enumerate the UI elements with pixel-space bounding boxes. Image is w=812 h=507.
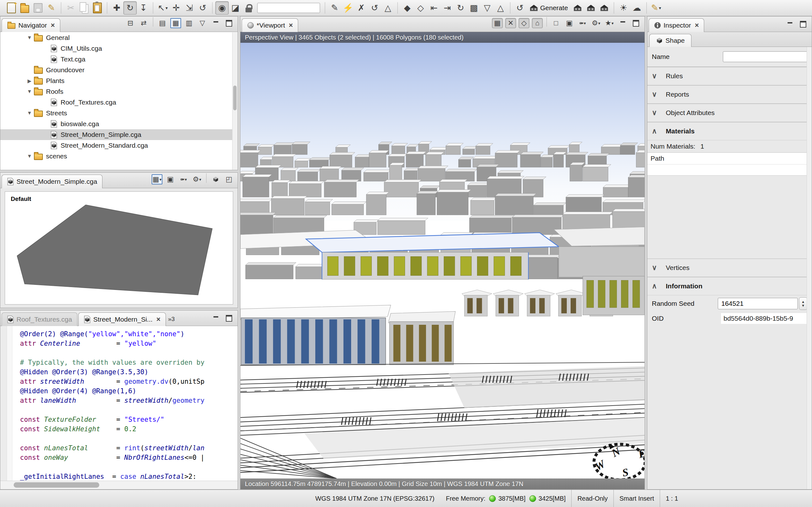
sash[interactable] <box>645 16 647 490</box>
new-file-button[interactable] <box>5 1 18 14</box>
generate-button[interactable]: Generate <box>526 1 571 14</box>
freehand-street-button[interactable]: ✎ <box>328 1 341 14</box>
tree-item-roofs[interactable]: ▼Roofs <box>0 86 238 97</box>
move-object-button[interactable]: ✛ <box>169 1 183 14</box>
combine-faces-button[interactable]: ⇥ <box>441 1 454 14</box>
cleanup-shapes-button[interactable]: ↻ <box>454 1 467 14</box>
orbit-tool-button[interactable]: ↻ <box>123 1 137 14</box>
scale-object-button[interactable]: ⇲ <box>183 1 196 14</box>
section-object-attributes[interactable]: ∨ Object Attributes <box>647 104 812 122</box>
isolate-selection-button[interactable]: ◪ <box>229 1 242 14</box>
viewport-tab[interactable]: *Viewport × <box>242 18 298 32</box>
expander-closed-icon[interactable]: ▶ <box>25 78 34 84</box>
collapse-all-button[interactable]: ⊟ <box>125 18 136 28</box>
close-icon[interactable]: × <box>695 21 699 30</box>
navigator-tab[interactable]: Navigator × <box>2 18 60 32</box>
expander-open-icon[interactable]: ▼ <box>25 110 34 116</box>
viewport-3d-scene[interactable]: NESW <box>241 43 645 478</box>
expander-open-icon[interactable]: ▼ <box>25 153 34 159</box>
toggle-models-layer-button[interactable]: ⌂ <box>532 18 543 28</box>
tab-shape[interactable]: Shape <box>649 34 692 47</box>
tree-item-scenes[interactable]: ▼scenes <box>0 151 238 162</box>
texture-shapes-button[interactable]: ▩ <box>467 1 480 14</box>
navigator-scrollbar[interactable] <box>232 32 238 170</box>
minimize-button[interactable] <box>210 18 221 28</box>
copy-button[interactable] <box>78 1 91 14</box>
frame-selection-button[interactable]: ▣ <box>564 18 575 28</box>
tree-item-groundcover[interactable]: Groundcover <box>0 65 238 75</box>
rule-preview-canvas[interactable]: Default <box>5 191 233 304</box>
preview-tab[interactable]: Street_Modern_Simple.cga <box>2 175 102 188</box>
rotate-object-button[interactable]: ↺ <box>196 1 209 14</box>
materials-path-header[interactable]: Path <box>647 153 812 164</box>
pan-tool-button[interactable]: ✚ <box>110 1 123 14</box>
expander-open-icon[interactable]: ▼ <box>25 35 34 41</box>
maximize-button[interactable] <box>223 313 235 323</box>
maximize-button[interactable] <box>223 18 235 28</box>
toolbar-search-input[interactable] <box>257 3 320 13</box>
select-tool-button[interactable]: ↖▾ <box>156 1 169 14</box>
camera-menu-button[interactable]: ▾ <box>178 174 189 184</box>
section-rules[interactable]: ∨ Rules <box>647 67 812 85</box>
frame-all-button[interactable]: □ <box>551 18 561 28</box>
name-input[interactable] <box>723 51 807 62</box>
maximize-button[interactable] <box>630 18 641 28</box>
settings-menu-button[interactable]: ⚙▾ <box>591 18 601 28</box>
shape-from-graph-button[interactable]: ◇ <box>414 1 427 14</box>
tree-layout-hierarchy-button[interactable]: ▦ <box>170 18 181 28</box>
viewport-3d-view[interactable]: NESW <box>241 43 645 478</box>
grow-streets-button[interactable]: △ <box>381 1 395 14</box>
tree-item-street-modern-simple-cga[interactable]: Street_Modern_Simple.cga <box>0 129 238 140</box>
sash[interactable] <box>0 308 238 310</box>
spinner-down-icon[interactable]: ▼ <box>802 303 805 307</box>
maximize-button[interactable] <box>798 19 809 29</box>
model-hierarchy-button[interactable] <box>598 1 611 14</box>
paste-button[interactable] <box>91 1 104 14</box>
tree-layout-group-button[interactable]: ▥ <box>184 18 194 28</box>
sash[interactable] <box>238 16 240 490</box>
toggle-graph-layer-button[interactable]: ✕ <box>505 18 516 28</box>
editor-tab-2[interactable]: Street_Modern_Si...× <box>78 313 166 326</box>
cleanup-graph-button[interactable]: ↺ <box>368 1 381 14</box>
expander-open-icon[interactable]: ▼ <box>25 89 34 95</box>
tree-item-roof-textures-cga[interactable]: Roof_Textures.cga <box>0 97 238 108</box>
section-vertices[interactable]: ∨ Vertices <box>647 259 812 277</box>
section-information[interactable]: ∧ Information <box>647 277 812 295</box>
tree-item-plants[interactable]: ▶Plants <box>0 75 238 86</box>
close-icon[interactable]: × <box>289 21 293 30</box>
section-reports[interactable]: ∨ Reports <box>647 85 812 104</box>
tree-item-text-cga[interactable]: Text.cga <box>0 54 238 65</box>
settings-menu-button[interactable]: ⚙▾ <box>192 174 202 184</box>
camera-menu-button[interactable]: ▾ <box>577 18 588 28</box>
tree-item-general[interactable]: ▼General <box>0 32 238 43</box>
editor-tab-1[interactable]: Roof_Textures.cga <box>2 313 78 326</box>
subdivide-up-button[interactable]: △ <box>494 1 507 14</box>
code-editor[interactable]: @Order(2) @Range("yellow","white","none"… <box>12 326 238 481</box>
sun-settings-button[interactable]: ☀ <box>617 1 630 14</box>
style-editor-button[interactable]: ✎▾ <box>650 1 663 14</box>
spinner-up-icon[interactable]: ▲ <box>802 300 805 303</box>
editor-hscrollbar[interactable] <box>0 481 238 489</box>
layout-button[interactable]: ◰ <box>223 174 235 184</box>
bookmarks-menu-button[interactable]: ★▾ <box>604 18 615 28</box>
cloud-settings-button[interactable]: ☁ <box>630 1 644 14</box>
tree-layout-flat-button[interactable]: ▤ <box>157 18 168 28</box>
intersect-graph-button[interactable]: ✗ <box>355 1 368 14</box>
open-file-button[interactable] <box>18 1 32 14</box>
lock-selection-button[interactable] <box>242 1 255 14</box>
tree-item-streets[interactable]: ▼Streets <box>0 108 238 118</box>
zoom-extents-button[interactable]: ↧ <box>137 1 150 14</box>
tree-item-bioswale-cga[interactable]: bioswale.cga <box>0 118 238 129</box>
wireframe-select-button[interactable]: ◉ <box>215 1 229 14</box>
generate-new-button[interactable] <box>571 1 584 14</box>
cut-button[interactable]: ✂ <box>64 1 78 14</box>
toggle-shapes-layer-button[interactable]: ◇ <box>519 18 529 28</box>
view-menu-button[interactable]: ▽ <box>197 18 208 28</box>
section-materials[interactable]: ∧ Materials <box>647 122 812 140</box>
minimize-button[interactable] <box>210 313 221 323</box>
random-seed-input[interactable] <box>718 298 798 309</box>
subdivide-down-button[interactable]: ▽ <box>480 1 494 14</box>
tab-overflow-indicator[interactable]: »3 <box>168 316 175 323</box>
toggle-terrain-layer-button[interactable]: ▦ <box>492 18 503 28</box>
frame-selection-button[interactable]: ▣ <box>165 174 176 184</box>
